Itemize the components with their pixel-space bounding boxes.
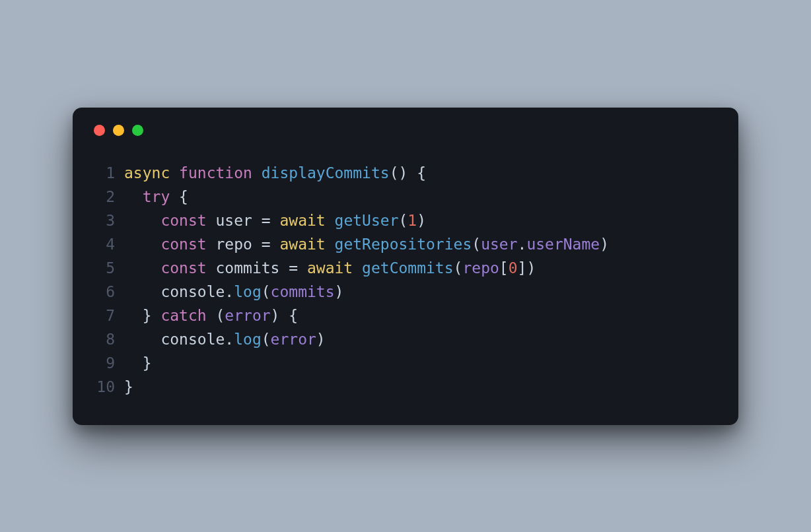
window-controls bbox=[94, 125, 720, 136]
code-token: ( bbox=[207, 307, 225, 324]
code-token: . bbox=[225, 283, 234, 300]
line-number: 8 bbox=[91, 327, 124, 351]
line-number: 9 bbox=[91, 351, 124, 375]
code-content: try { bbox=[124, 185, 720, 209]
code-window: 1async function displayCommits() {2 try … bbox=[73, 108, 738, 425]
code-content: console.log(error) bbox=[124, 327, 720, 351]
minimize-icon[interactable] bbox=[113, 125, 124, 136]
code-line: 4 const repo = await getRepositories(use… bbox=[91, 232, 720, 256]
code-token: function bbox=[179, 164, 252, 182]
code-token: async bbox=[124, 164, 170, 182]
line-number: 1 bbox=[91, 161, 124, 185]
code-editor[interactable]: 1async function displayCommits() {2 try … bbox=[91, 161, 720, 399]
code-token bbox=[252, 164, 262, 182]
code-token: repo bbox=[216, 236, 252, 253]
code-token: { bbox=[407, 164, 426, 182]
code-token: getCommits bbox=[362, 259, 453, 277]
code-content: const user = await getUser(1) bbox=[124, 209, 720, 232]
code-token bbox=[124, 236, 160, 253]
line-number: 10 bbox=[91, 375, 124, 399]
line-number: 5 bbox=[91, 256, 124, 280]
code-token: try bbox=[143, 188, 170, 205]
code-token bbox=[326, 236, 335, 253]
code-token: await bbox=[279, 236, 325, 253]
code-token bbox=[124, 188, 143, 205]
code-token: displayCommits bbox=[262, 164, 390, 182]
code-token: ( bbox=[262, 283, 271, 300]
code-content: } bbox=[124, 375, 720, 399]
code-token: } bbox=[124, 354, 152, 372]
code-token: console bbox=[160, 283, 225, 300]
code-token: 1 bbox=[407, 212, 417, 229]
code-token bbox=[207, 212, 216, 229]
code-token: ) bbox=[417, 212, 426, 229]
code-token: ( bbox=[262, 331, 271, 348]
close-icon[interactable] bbox=[94, 125, 105, 136]
code-token bbox=[124, 331, 160, 348]
code-token: ) { bbox=[271, 307, 299, 324]
code-content: const repo = await getRepositories(user.… bbox=[124, 232, 720, 256]
code-token: ) bbox=[316, 331, 326, 348]
code-token bbox=[124, 259, 160, 277]
code-line: 3 const user = await getUser(1) bbox=[91, 209, 720, 232]
code-token: () bbox=[390, 164, 408, 182]
code-token: ) bbox=[600, 236, 609, 253]
code-line: 9 } bbox=[91, 351, 720, 375]
code-token bbox=[353, 259, 362, 277]
code-token bbox=[207, 236, 216, 253]
code-token bbox=[207, 259, 216, 277]
code-token: error bbox=[225, 307, 270, 324]
code-token: log bbox=[234, 331, 262, 348]
code-token: console bbox=[160, 331, 225, 348]
code-line: 2 try { bbox=[91, 185, 720, 209]
line-number: 7 bbox=[91, 304, 124, 327]
code-token bbox=[170, 164, 179, 182]
code-token: ) bbox=[335, 283, 344, 300]
code-token: . bbox=[225, 331, 234, 348]
code-token: getRepositories bbox=[335, 236, 472, 253]
code-token: await bbox=[307, 259, 353, 277]
code-token: ] bbox=[518, 259, 527, 277]
code-token: } bbox=[124, 378, 133, 395]
code-line: 5 const commits = await getCommits(repo[… bbox=[91, 256, 720, 280]
line-number: 3 bbox=[91, 209, 124, 232]
code-token: log bbox=[234, 283, 262, 300]
code-content: const commits = await getCommits(repo[0]… bbox=[124, 256, 720, 280]
code-line: 8 console.log(error) bbox=[91, 327, 720, 351]
code-content: } bbox=[124, 351, 720, 375]
code-token: ) bbox=[526, 259, 536, 277]
line-number: 2 bbox=[91, 185, 124, 209]
code-token: = bbox=[252, 236, 280, 253]
code-token: { bbox=[170, 188, 188, 205]
code-token: await bbox=[279, 212, 325, 229]
code-token: getUser bbox=[335, 212, 399, 229]
code-content: async function displayCommits() { bbox=[124, 161, 720, 185]
code-content: console.log(commits) bbox=[124, 280, 720, 304]
code-token: 0 bbox=[509, 259, 518, 277]
line-number: 6 bbox=[91, 280, 124, 304]
code-token: commits bbox=[216, 259, 280, 277]
code-token: = bbox=[279, 259, 307, 277]
code-token: [ bbox=[499, 259, 509, 277]
code-token: userName bbox=[526, 236, 600, 253]
code-token: const bbox=[160, 212, 206, 229]
code-token: catch bbox=[160, 307, 206, 324]
code-token: const bbox=[160, 236, 206, 253]
code-token: . bbox=[518, 236, 527, 253]
code-token: const bbox=[160, 259, 206, 277]
code-token: repo bbox=[462, 259, 499, 277]
code-line: 1async function displayCommits() { bbox=[91, 161, 720, 185]
code-token: ( bbox=[398, 212, 407, 229]
code-token: user bbox=[216, 212, 252, 229]
code-token: user bbox=[481, 236, 517, 253]
code-token: error bbox=[271, 331, 316, 348]
code-token bbox=[326, 212, 335, 229]
code-token: ( bbox=[472, 236, 481, 253]
code-token bbox=[124, 283, 160, 300]
code-line: 6 console.log(commits) bbox=[91, 280, 720, 304]
code-line: 10} bbox=[91, 375, 720, 399]
code-token: ( bbox=[454, 259, 463, 277]
code-token: = bbox=[252, 212, 280, 229]
maximize-icon[interactable] bbox=[132, 125, 143, 136]
code-line: 7 } catch (error) { bbox=[91, 304, 720, 327]
